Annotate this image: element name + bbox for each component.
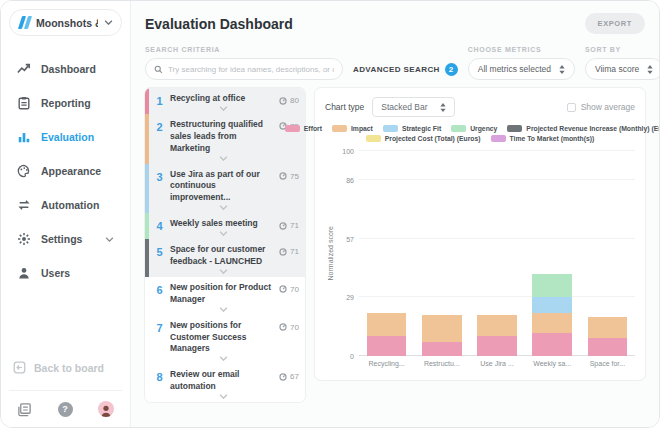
show-average-label: Show average (581, 102, 635, 112)
x-tick-label: Use Jira ... (469, 356, 524, 370)
sort-by-label: SORT BY (585, 46, 660, 53)
sidebar-footer: ? (9, 390, 122, 419)
app-window: Moonshots &... Dashboard Reporting Evalu… (0, 0, 660, 428)
sort-select-value: Viima score (595, 64, 639, 74)
idea-title: Recycling at office (170, 93, 276, 105)
sidebar-item-users[interactable]: Users (9, 256, 122, 290)
search-input-wrapper (145, 58, 343, 80)
stepper-icon (559, 65, 565, 74)
idea-score: 70 (279, 320, 299, 332)
show-average-toggle[interactable]: Show average (567, 102, 635, 112)
idea-item[interactable]: 3 Use Jira as part of our continuous imp… (145, 164, 305, 214)
advanced-search-link[interactable]: ADVANCED SEARCH 2 (353, 63, 458, 76)
legend-item: Impact (332, 125, 373, 132)
workspace-switcher[interactable]: Moonshots &... (9, 9, 122, 36)
chart-legend: Effort Impact Strategic Fit Urgency Proj… (325, 125, 635, 142)
sidebar: Moonshots &... Dashboard Reporting Evalu… (1, 1, 131, 427)
sidebar-item-reporting[interactable]: Reporting (9, 86, 122, 120)
sidebar-item-appearance[interactable]: Appearance (9, 154, 122, 188)
chevron-down-icon[interactable] (219, 306, 228, 315)
main-panel: Evaluation Dashboard EXPORT SEARCH CRITE… (131, 1, 659, 427)
content: 1 Recycling at office 80 2 Restructuring… (131, 80, 659, 402)
bar-slot (580, 151, 635, 356)
legend-swatch (383, 125, 398, 132)
legend-item: Projected Cost (Total) (Euros) (366, 135, 481, 142)
legend-item: Projected Revenue Increase (Monthly) (Eu… (507, 125, 660, 132)
search-icon (154, 65, 163, 74)
idea-rank: 3 (152, 169, 167, 183)
sidebar-item-dashboard[interactable]: Dashboard (9, 52, 122, 86)
idea-item[interactable]: 8 Review our email automation 67 (145, 364, 305, 402)
chart-type-label: Chart type (325, 102, 364, 112)
legend-item: Time To Market (month(s)) (491, 135, 595, 142)
bar-segment (532, 297, 572, 313)
stacked-bar (422, 315, 462, 356)
back-to-board-label: Back to board (34, 362, 104, 374)
chevron-down-icon[interactable] (219, 204, 228, 213)
back-arrow-icon (13, 361, 26, 374)
bar-segment (532, 333, 572, 356)
x-tick-label: Weekly sa... (525, 356, 580, 370)
loop-icon (17, 198, 31, 212)
chart-card: Chart type Stacked Bar Show average Effo… (315, 88, 645, 380)
bar-segment (422, 315, 462, 342)
idea-item[interactable]: 1 Recycling at office 80 (145, 88, 305, 114)
idea-title: Space for our customer feedback - LAUNCH… (170, 244, 276, 268)
idea-score: 70 (279, 282, 299, 294)
sort-select[interactable]: Viima score (585, 58, 660, 80)
idea-rank: 2 (152, 119, 167, 133)
bar-chart-icon (17, 130, 31, 144)
chevron-down-icon[interactable] (219, 355, 228, 364)
sidebar-item-settings[interactable]: Settings (9, 222, 122, 256)
chart-type-select[interactable]: Stacked Bar (372, 97, 454, 117)
chevron-down-icon[interactable] (219, 230, 228, 239)
bar-segment (532, 274, 572, 297)
idea-item[interactable]: 4 Weekly sales meeting 71 (145, 213, 305, 239)
chevron-down-icon[interactable] (219, 393, 228, 402)
x-axis-labels: Recycling...Restructu...Use Jira ...Week… (359, 356, 635, 370)
metrics-select-value: All metrics selected (478, 64, 551, 74)
idea-item[interactable]: 2 Restructuring qualified sales leads fr… (145, 114, 305, 164)
gear-icon (17, 232, 31, 246)
chevron-down-icon (105, 237, 114, 242)
stepper-icon (647, 65, 653, 74)
export-button[interactable]: EXPORT (585, 13, 645, 34)
bar-segment (477, 336, 517, 357)
gauge-icon (279, 222, 287, 230)
chevron-down-icon[interactable] (219, 268, 228, 277)
stepper-icon (440, 103, 446, 112)
chart-area: Normalized score 0295786100 Recycling...… (325, 151, 635, 370)
x-tick-label: Restructu... (414, 356, 469, 370)
sidebar-item-evaluation[interactable]: Evaluation (9, 120, 122, 154)
chevron-down-icon[interactable] (219, 155, 228, 164)
sidebar-item-automation[interactable]: Automation (9, 188, 122, 222)
sidebar-nav: Dashboard Reporting Evaluation Appearanc… (9, 52, 122, 290)
legend-swatch (332, 125, 347, 132)
idea-rank: 7 (152, 320, 167, 334)
bar-segment (588, 317, 628, 338)
y-tick-label: 100 (342, 148, 354, 155)
search-criteria-label: SEARCH CRITERIA (145, 46, 458, 53)
legend-swatch (491, 135, 506, 142)
show-average-checkbox[interactable] (567, 103, 576, 112)
idea-item[interactable]: 5 Space for our customer feedback - LAUN… (145, 239, 305, 277)
stacked-bar (367, 313, 407, 356)
search-input[interactable] (168, 65, 334, 74)
metrics-select[interactable]: All metrics selected (468, 58, 575, 80)
bar-slot (469, 151, 524, 356)
workspace-name: Moonshots &... (36, 17, 98, 29)
idea-item[interactable]: 6 New position for Product Manager 70 (145, 277, 305, 315)
advanced-search-label: ADVANCED SEARCH (353, 65, 440, 74)
idea-item[interactable]: 7 New positions for Customer Success Man… (145, 315, 305, 365)
y-tick-label: 0 (350, 353, 354, 360)
x-tick-label: Recycling... (359, 356, 414, 370)
news-icon[interactable] (17, 402, 32, 417)
gauge-icon (279, 373, 287, 381)
y-tick-label: 86 (346, 176, 354, 183)
back-to-board-button[interactable]: Back to board (9, 353, 122, 382)
gauge-icon (279, 248, 287, 256)
avatar[interactable] (98, 401, 114, 417)
help-icon[interactable]: ? (58, 402, 73, 417)
chevron-down-icon[interactable] (219, 105, 228, 114)
idea-rank: 5 (152, 244, 167, 258)
